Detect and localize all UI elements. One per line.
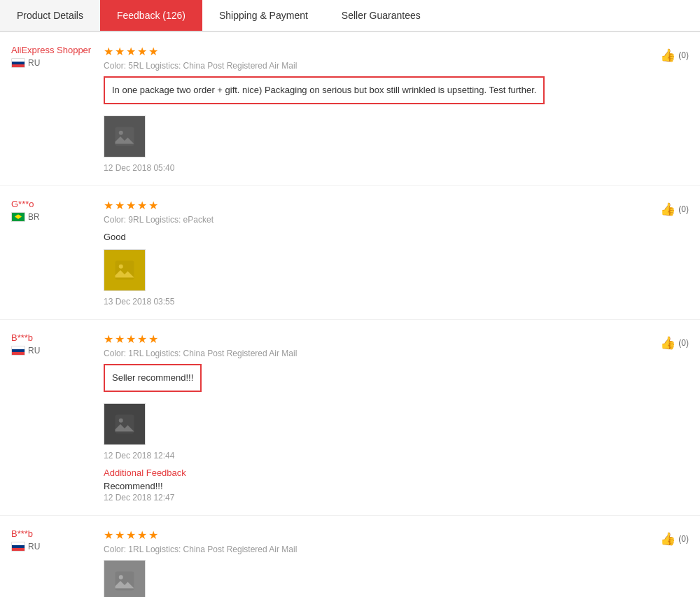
country-code: RU [28,542,40,552]
reviewer-info: B***b RU [11,332,95,503]
star-2: ★ [115,332,125,346]
review-content: ★ ★ ★ ★ ★ Color: 9RL Logistics: ePacket … [95,199,647,307]
like-button[interactable]: 👍 (0) [660,48,689,63]
additional-feedback-label: Additional Feedback [104,468,638,478]
star-3: ★ [126,45,136,58]
tab-bar: Product Details Feedback (126) Shipping … [0,0,700,32]
review-date: 12 Dec 2018 12:44 [104,451,638,461]
country-code: BR [28,212,40,222]
flag-icon [11,346,25,356]
review-meta: Color: 5RL Logistics: China Post Registe… [104,61,638,71]
review-image[interactable] [104,403,146,445]
review-content: ★ ★ ★ ★ ★ Color: 1RL Logistics: China Po… [95,332,647,503]
star-rating: ★ ★ ★ ★ ★ [104,199,638,212]
like-count: (0) [678,50,689,60]
star-rating: ★ ★ ★ ★ ★ [104,45,638,58]
star-rating: ★ ★ ★ ★ ★ [104,332,638,346]
flag-icon [11,58,25,68]
reviewer-info: G***o BR [11,199,95,307]
like-area: 👍 (0) [647,332,689,503]
review-image[interactable] [104,560,146,598]
thumbs-up-icon: 👍 [660,335,676,351]
additional-feedback-date: 12 Dec 2018 12:47 [104,493,638,503]
review-item: B***b RU ★ ★ ★ ★ ★ Color: 1RL Logistics:… [0,516,700,598]
tab-feedback[interactable]: Feedback (126) [100,0,202,31]
review-content: ★ ★ ★ ★ ★ Color: 1RL Logistics: China Po… [95,528,647,598]
like-area: 👍 (0) [647,45,689,173]
review-item: AliExpress Shopper RU ★ ★ ★ ★ ★ Color: 5… [0,32,700,186]
star-5: ★ [148,199,158,212]
tabs-container: Product Details Feedback (126) Shipping … [0,0,700,32]
reviewer-name: G***o [11,199,34,209]
star-4: ★ [137,45,147,58]
like-count: (0) [678,534,689,544]
additional-feedback: Additional Feedback Recommend!!! 12 Dec … [104,468,638,503]
country-code: RU [28,346,40,356]
reviewer-info: B***b RU [11,528,95,598]
tab-product-details[interactable]: Product Details [0,0,100,31]
like-count: (0) [678,338,689,348]
like-button[interactable]: 👍 (0) [660,335,689,351]
thumbs-up-icon: 👍 [660,48,676,63]
country-code: RU [28,58,40,68]
like-button[interactable]: 👍 (0) [660,531,689,547]
review-meta: Color: 9RL Logistics: ePacket [104,215,638,225]
review-item: B***b RU ★ ★ ★ ★ ★ Color: 1RL Logistics:… [0,320,700,516]
star-4: ★ [137,528,147,542]
like-count: (0) [678,204,689,214]
review-item: G***o BR ★ ★ ★ ★ ★ Color: 9RL Logistics:… [0,186,700,321]
review-image[interactable] [104,115,146,157]
star-5: ★ [148,528,158,542]
star-1: ★ [104,332,113,346]
svg-point-1 [119,130,123,134]
review-meta: Color: 1RL Logistics: China Post Registe… [104,545,638,554]
review-date: 13 Dec 2018 03:55 [104,297,638,307]
additional-feedback-text: Recommend!!! [104,481,638,491]
star-2: ★ [115,199,125,212]
thumbs-up-icon: 👍 [660,531,676,547]
country-flag: BR [11,212,40,222]
star-1: ★ [104,199,113,212]
star-2: ★ [115,528,125,542]
review-image[interactable] [104,249,146,291]
tab-guarantees[interactable]: Seller Guarantees [325,0,438,31]
review-text: In one package two order + gift. nice) P… [104,76,545,104]
flag-icon [11,212,25,222]
like-area: 👍 (0) [647,199,689,307]
reviewer-name: B***b [11,332,33,343]
country-flag: RU [11,542,40,552]
star-4: ★ [137,332,147,346]
review-text: Seller recommend!!! [104,364,202,392]
star-1: ★ [104,45,113,58]
star-5: ★ [148,45,158,58]
svg-point-3 [119,265,123,269]
star-3: ★ [126,199,136,212]
star-5: ★ [148,332,158,346]
star-3: ★ [126,528,136,542]
tab-shipping[interactable]: Shipping & Payment [202,0,325,31]
star-1: ★ [104,528,113,542]
country-flag: RU [11,346,40,356]
review-meta: Color: 1RL Logistics: China Post Registe… [104,349,638,358]
reviewer-name: AliExpress Shopper [11,45,91,55]
svg-point-5 [119,418,123,422]
like-area: 👍 (0) [647,528,689,598]
star-2: ★ [115,45,125,58]
country-flag: RU [11,58,40,68]
reviewer-info: AliExpress Shopper RU [11,45,95,173]
review-date: 12 Dec 2018 05:40 [104,163,638,173]
star-3: ★ [126,332,136,346]
like-button[interactable]: 👍 (0) [660,202,689,217]
thumbs-up-icon: 👍 [660,202,676,217]
star-4: ★ [137,199,147,212]
review-content: ★ ★ ★ ★ ★ Color: 5RL Logistics: China Po… [95,45,647,173]
reviews-list: AliExpress Shopper RU ★ ★ ★ ★ ★ Color: 5… [0,32,700,597]
reviewer-name: B***b [11,528,33,539]
flag-icon [11,542,25,552]
star-rating: ★ ★ ★ ★ ★ [104,528,638,542]
svg-point-7 [119,575,123,579]
review-text: Good [104,230,638,244]
